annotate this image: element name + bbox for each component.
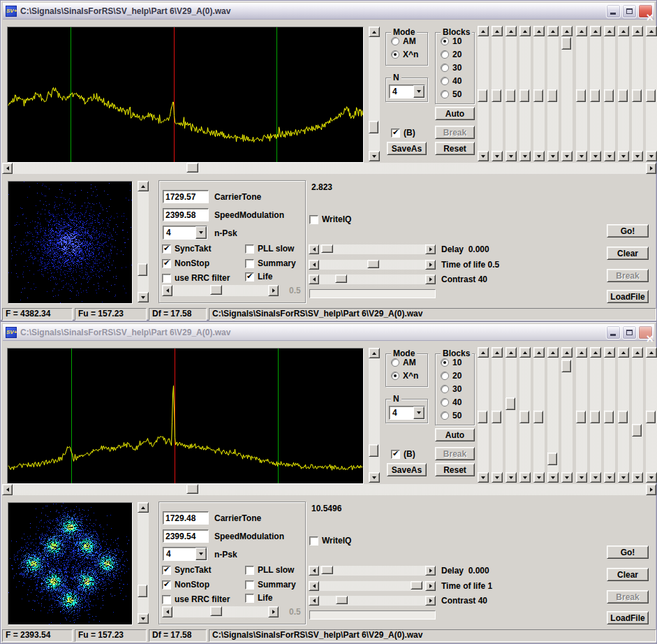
mode-xn-radio[interactable]: X^n <box>391 50 427 59</box>
slider-thumb[interactable] <box>492 89 501 102</box>
parameter-slider[interactable] <box>492 26 503 161</box>
time-of-life-slider[interactable] <box>309 260 436 270</box>
slider-thumb[interactable] <box>321 244 333 253</box>
scrollbar-thumb[interactable] <box>369 121 378 133</box>
up-arrow-icon[interactable] <box>138 502 149 513</box>
right-arrow-icon[interactable] <box>646 484 656 495</box>
close-button[interactable] <box>638 325 653 339</box>
parameter-slider[interactable] <box>618 26 629 161</box>
slider-thumb[interactable] <box>590 89 600 102</box>
chevron-down-icon[interactable] <box>195 226 207 239</box>
slider-thumb[interactable] <box>367 260 379 268</box>
up-arrow-icon[interactable] <box>533 26 545 36</box>
writeiq-checkbox-row[interactable]: WriteIQ <box>309 536 351 546</box>
blocks-50-radio[interactable]: 50 <box>441 89 474 99</box>
blocks-40-radio[interactable]: 40 <box>441 397 474 407</box>
left-arrow-icon[interactable] <box>309 581 319 591</box>
delay-slider[interactable] <box>309 566 436 576</box>
spectrum-display[interactable] <box>8 349 363 483</box>
scrollbar-thumb[interactable] <box>138 585 147 597</box>
down-arrow-icon[interactable] <box>369 151 380 161</box>
synctakt-checkbox-row[interactable]: SyncTakt <box>162 244 211 254</box>
slider-thumb[interactable] <box>478 89 487 102</box>
down-arrow-icon[interactable] <box>547 151 559 161</box>
carrier-tone-input[interactable] <box>163 511 209 525</box>
down-arrow-icon[interactable] <box>604 151 615 161</box>
right-arrow-icon[interactable] <box>268 285 279 296</box>
slider-thumb[interactable] <box>533 411 543 423</box>
right-arrow-icon[interactable] <box>425 581 436 591</box>
parameter-slider[interactable] <box>590 347 601 483</box>
up-arrow-icon[interactable] <box>369 348 380 358</box>
parameter-slider[interactable] <box>590 26 601 161</box>
synctakt-checkbox-row[interactable]: SyncTakt <box>162 565 211 575</box>
pll-slow-checkbox[interactable] <box>245 566 254 575</box>
parameter-slider[interactable] <box>478 26 489 161</box>
scrollbar-thumb[interactable] <box>186 484 198 494</box>
slider-thumb[interactable] <box>492 411 501 423</box>
spectrum-horizontal-scrollbar[interactable] <box>2 484 656 495</box>
spectrum-plot[interactable] <box>7 27 364 163</box>
parameter-slider[interactable] <box>547 347 559 483</box>
slider-thumb[interactable] <box>478 411 487 423</box>
parameter-slider[interactable] <box>618 347 629 483</box>
radio-icon[interactable] <box>441 372 449 380</box>
up-arrow-icon[interactable] <box>547 347 559 358</box>
slider-thumb[interactable] <box>335 275 347 283</box>
slider-thumb[interactable] <box>576 411 586 423</box>
slider-thumb[interactable] <box>561 37 571 50</box>
life-checkbox[interactable] <box>245 594 254 603</box>
down-arrow-icon[interactable] <box>492 151 503 161</box>
right-arrow-icon[interactable] <box>646 163 656 174</box>
pll-slow-checkbox-row[interactable]: PLL slow <box>245 244 294 254</box>
panel-scrollbar[interactable] <box>162 606 279 617</box>
parameter-slider[interactable] <box>533 26 545 161</box>
b-checkbox-row[interactable]: (B) <box>391 449 415 459</box>
up-arrow-icon[interactable] <box>478 26 489 36</box>
spectrum-vertical-scrollbar[interactable] <box>369 348 380 483</box>
summary-checkbox-row[interactable]: Summary <box>245 258 296 268</box>
n-select[interactable]: 4 <box>389 406 425 420</box>
up-arrow-icon[interactable] <box>618 347 629 358</box>
constellation-vertical-scrollbar[interactable] <box>138 181 149 302</box>
up-arrow-icon[interactable] <box>590 347 601 358</box>
left-arrow-icon[interactable] <box>162 285 172 296</box>
radio-icon[interactable] <box>391 358 399 367</box>
right-arrow-icon[interactable] <box>425 596 436 606</box>
mode-am-radio[interactable]: AM <box>391 358 427 367</box>
down-arrow-icon[interactable] <box>478 151 489 161</box>
minimize-button[interactable] <box>606 325 621 339</box>
down-arrow-icon[interactable] <box>576 151 587 161</box>
down-arrow-icon[interactable] <box>646 151 657 161</box>
scrollbar-thumb[interactable] <box>369 444 378 457</box>
down-arrow-icon[interactable] <box>519 151 531 161</box>
chevron-down-icon[interactable] <box>413 407 425 419</box>
up-arrow-icon[interactable] <box>547 26 559 36</box>
parameter-slider[interactable] <box>561 347 573 483</box>
radio-icon[interactable] <box>441 398 449 407</box>
up-arrow-icon[interactable] <box>505 347 517 358</box>
radio-icon[interactable] <box>441 50 449 59</box>
slider-thumb[interactable] <box>561 360 571 372</box>
down-arrow-icon[interactable] <box>618 151 629 161</box>
spectrum-vertical-scrollbar[interactable] <box>369 27 380 161</box>
time-of-life-slider[interactable] <box>309 581 436 591</box>
auto-button[interactable]: Auto <box>435 107 475 120</box>
b-checkbox-row[interactable]: (B) <box>391 128 415 138</box>
writeiq-checkbox[interactable] <box>309 536 318 546</box>
slider-thumb[interactable] <box>547 453 557 465</box>
down-arrow-icon[interactable] <box>561 151 573 161</box>
down-arrow-icon[interactable] <box>618 472 629 483</box>
down-arrow-icon[interactable] <box>590 472 601 483</box>
radio-icon[interactable] <box>391 37 399 45</box>
life-checkbox-row[interactable]: Life <box>245 593 272 603</box>
spectrum-display[interactable] <box>8 27 363 162</box>
scrollbar-thumb[interactable] <box>210 285 222 295</box>
radio-icon[interactable] <box>391 50 399 59</box>
down-arrow-icon[interactable] <box>561 472 573 483</box>
summary-checkbox[interactable] <box>245 259 254 268</box>
nonstop-checkbox-row[interactable]: NonStop <box>162 258 209 268</box>
right-arrow-icon[interactable] <box>425 244 436 254</box>
right-arrow-icon[interactable] <box>425 275 436 284</box>
left-arrow-icon[interactable] <box>309 596 319 606</box>
